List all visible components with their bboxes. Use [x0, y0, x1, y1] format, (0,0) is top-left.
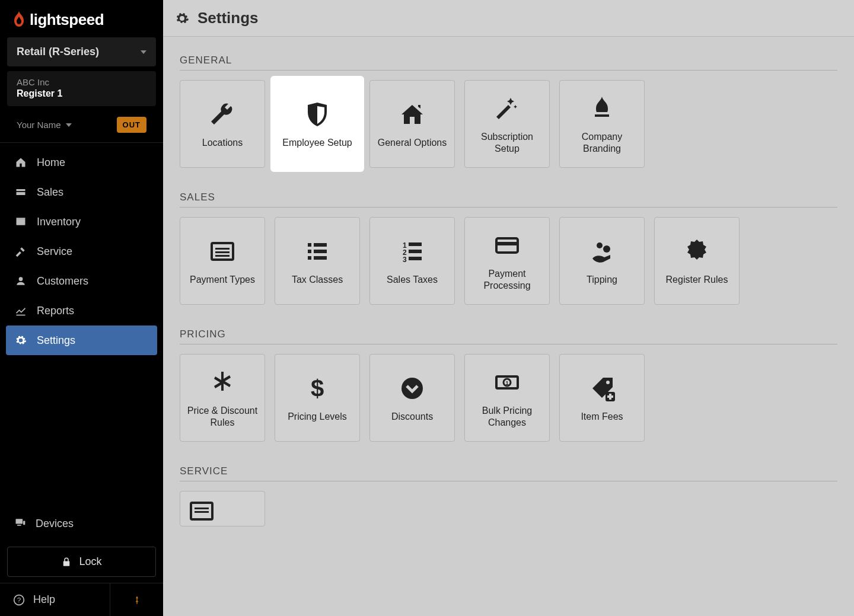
devices-icon — [14, 516, 26, 531]
svg-rect-0 — [17, 219, 26, 225]
tile-label: Tax Classes — [292, 274, 343, 286]
tile-label: Tipping — [587, 274, 617, 286]
dollar-icon: $ — [302, 373, 333, 404]
help-button[interactable]: ? Help — [0, 583, 110, 616]
pin-button[interactable] — [110, 583, 163, 616]
nav-sales[interactable]: Sales — [6, 177, 157, 207]
box-icon — [14, 215, 27, 228]
nav-label: Home — [37, 157, 65, 169]
svg-rect-6 — [23, 521, 25, 525]
company-name: ABC Inc — [17, 77, 146, 87]
svg-point-35 — [606, 381, 610, 384]
nav-home[interactable]: Home — [6, 148, 157, 177]
tile-label: Discounts — [391, 411, 433, 423]
svg-rect-41 — [195, 511, 209, 513]
chart-icon — [14, 304, 27, 317]
tile-label: Bulk Pricing Changes — [471, 405, 543, 429]
tile-label: Pricing Levels — [288, 411, 347, 423]
lock-label: Lock — [79, 556, 101, 568]
tile-general-options[interactable]: General Options — [369, 80, 455, 168]
tile-tipping[interactable]: Tipping — [559, 217, 645, 305]
svg-rect-18 — [308, 256, 311, 260]
seal-icon — [681, 236, 712, 267]
brand-name: lightspeed — [30, 11, 104, 29]
svg-rect-38 — [607, 395, 613, 398]
nav: Home Sales Inventory Service Customers R… — [0, 142, 163, 507]
brand-logo: lightspeed — [0, 0, 163, 37]
svg-text:?: ? — [17, 596, 21, 604]
tile-pricing-levels[interactable]: $ Pricing Levels — [275, 354, 360, 442]
clock-status-badge[interactable]: OUT — [117, 117, 146, 133]
nav-inventory[interactable]: Inventory — [6, 207, 157, 237]
lock-icon — [61, 557, 72, 567]
sidebar-bottom: Devices Lock ? Help — [0, 507, 163, 616]
svg-rect-27 — [496, 242, 518, 245]
tile-label: General Options — [378, 137, 447, 149]
product-selector[interactable]: Retail (R-Series) — [7, 37, 156, 66]
user-name: Your Name — [17, 120, 61, 130]
section-general-title: GENERAL — [180, 55, 837, 71]
tile-subscription-setup[interactable]: Subscription Setup — [464, 80, 550, 168]
svg-point-28 — [597, 242, 603, 248]
sidebar: lightspeed Retail (R-Series) ABC Inc Reg… — [0, 0, 163, 616]
main-content: Settings GENERAL Locations Employee Setu… — [163, 0, 854, 616]
tile-locations[interactable]: Locations — [180, 80, 265, 168]
hammer-icon — [14, 245, 27, 258]
tile-discounts[interactable]: Discounts — [369, 354, 455, 442]
tile-label: Subscription Setup — [471, 131, 543, 155]
nav-settings[interactable]: Settings — [6, 325, 157, 355]
lines-icon — [302, 236, 333, 267]
svg-rect-14 — [308, 243, 311, 247]
nav-service[interactable]: Service — [6, 237, 157, 266]
tile-employee-setup[interactable]: Employee Setup — [275, 80, 360, 168]
user-icon — [14, 275, 27, 288]
svg-text:3: 3 — [403, 256, 407, 264]
house-icon — [397, 99, 428, 130]
lock-button[interactable]: Lock — [7, 547, 156, 577]
pin-icon — [132, 594, 142, 606]
nav-reports[interactable]: Reports — [6, 296, 157, 325]
tile-bulk-pricing[interactable]: 1 Bulk Pricing Changes — [464, 354, 550, 442]
company-register-block[interactable]: ABC Inc Register 1 — [7, 71, 156, 106]
section-pricing-tiles: Price & Discount Rules $ Pricing Levels … — [180, 354, 837, 442]
svg-rect-19 — [314, 256, 327, 260]
svg-point-31 — [401, 378, 423, 399]
chevron-down-icon — [66, 123, 72, 127]
tag-icon — [14, 186, 27, 199]
tile-register-rules[interactable]: Register Rules — [654, 217, 740, 305]
svg-rect-4 — [16, 519, 23, 524]
tile-company-branding[interactable]: Company Branding — [559, 80, 645, 168]
svg-text:1: 1 — [505, 380, 508, 386]
section-sales-title: SALES — [180, 191, 837, 208]
svg-rect-17 — [314, 250, 327, 253]
flame2-icon — [587, 93, 617, 124]
page-title: Settings — [197, 9, 259, 27]
tile-tax-classes[interactable]: Tax Classes — [275, 217, 360, 305]
user-menu[interactable]: Your Name — [17, 120, 72, 130]
svg-rect-12 — [215, 251, 230, 253]
tile-label: Payment Processing — [471, 268, 543, 292]
svg-rect-15 — [314, 243, 327, 247]
tile-sales-taxes[interactable]: 123 Sales Taxes — [369, 217, 455, 305]
product-selector-label: Retail (R-Series) — [17, 46, 99, 58]
tile-payment-processing[interactable]: Payment Processing — [464, 217, 550, 305]
tile-payment-types[interactable]: Payment Types — [180, 217, 265, 305]
svg-rect-25 — [409, 257, 422, 260]
nav-devices[interactable]: Devices — [0, 507, 163, 541]
pricetag-plus-icon — [587, 373, 617, 404]
tile-price-discount-rules[interactable]: Price & Discount Rules — [180, 354, 265, 442]
list-card-icon — [207, 236, 238, 267]
tile-label: Item Fees — [581, 411, 623, 423]
svg-rect-40 — [195, 508, 209, 509]
nav-label: Customers — [37, 275, 88, 288]
nav-customers[interactable]: Customers — [6, 266, 157, 296]
svg-rect-11 — [215, 248, 230, 250]
tile-service-item[interactable] — [180, 491, 265, 526]
tip-icon — [587, 236, 617, 267]
section-sales-tiles: Payment Types Tax Classes 123 Sales Taxe… — [180, 217, 837, 305]
money-icon: 1 — [492, 367, 522, 398]
section-service-title: SERVICE — [180, 465, 837, 481]
page-header: Settings — [163, 0, 854, 37]
section-general-tiles: Locations Employee Setup General Options… — [180, 80, 837, 168]
tile-item-fees[interactable]: Item Fees — [559, 354, 645, 442]
